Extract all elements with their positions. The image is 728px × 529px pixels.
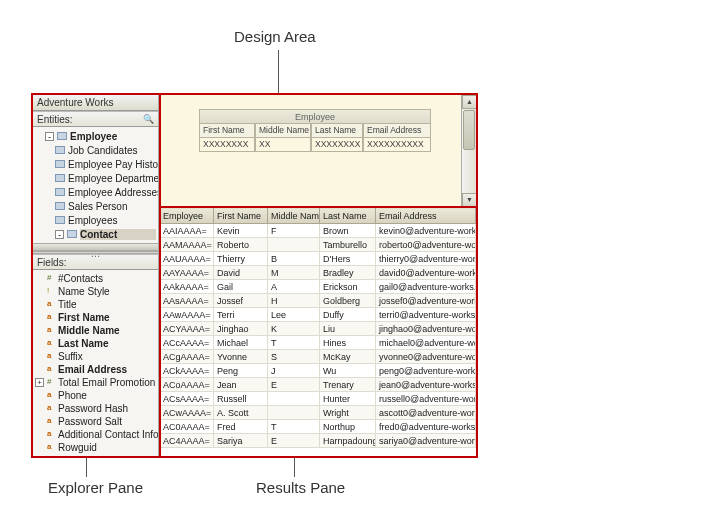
field-label: Phone: [58, 390, 87, 401]
results-pane: EmployeeFirst NameMiddle NameLast NameEm…: [159, 207, 476, 456]
fields-label: Fields:: [37, 257, 66, 268]
table-cell: Brown: [320, 224, 376, 238]
design-card[interactable]: Employee First NameMiddle NameLast NameE…: [199, 109, 431, 152]
field-item[interactable]: Email Address: [33, 363, 158, 376]
scrollbar-vertical[interactable]: ▲ ▼: [461, 95, 476, 207]
table-cell: Tamburello: [320, 238, 376, 252]
field-label: First Name: [58, 312, 110, 323]
table-cell: D'Hers: [320, 252, 376, 266]
entity-icon: [55, 202, 65, 210]
field-item[interactable]: +Total Email Promotion: [33, 376, 158, 389]
entities-header: Entities: 🔍: [33, 111, 158, 127]
table-row[interactable]: AC0AAAA=FredTNorthupfred0@adventure-work…: [160, 420, 476, 434]
field-type-icon: [47, 366, 55, 374]
design-column-header[interactable]: Email Address: [363, 124, 431, 138]
expand-icon[interactable]: -: [55, 230, 64, 239]
field-item[interactable]: Title: [33, 298, 158, 311]
table-cell: terri0@adventure-works.com: [376, 308, 476, 322]
entity-item[interactable]: Employee Pay Histories: [33, 157, 158, 171]
table-row[interactable]: ACkAAAA=PengJWupeng0@adventure-works.com: [160, 364, 476, 378]
field-label: Modified Date: [58, 455, 120, 456]
table-row[interactable]: ACgAAAA=YvonneSMcKayyvonne0@adventure-wo…: [160, 350, 476, 364]
scroll-up-arrow[interactable]: ▲: [462, 95, 476, 109]
connector-line: [278, 50, 279, 94]
table-cell: gail0@adventure-works.com: [376, 280, 476, 294]
table-cell: sariya0@adventure-works.com: [376, 434, 476, 448]
model-title: Adventure Works: [33, 95, 158, 111]
column-header[interactable]: First Name: [214, 208, 268, 224]
field-type-icon: [47, 405, 55, 413]
table-row[interactable]: ACwAAAA=A. ScottWrightascott0@adventure-…: [160, 406, 476, 420]
table-row[interactable]: AAYAAAA=DavidMBradleydavid0@adventure-wo…: [160, 266, 476, 280]
table-row[interactable]: ACYAAAA=JinghaoKLiujinghao0@adventure-wo…: [160, 322, 476, 336]
entity-label: Employee Department Histories: [68, 173, 158, 184]
table-row[interactable]: AC4AAAA=SariyaEHarnpadoungsa...sariya0@a…: [160, 434, 476, 448]
entity-item[interactable]: Employee Department Histories: [33, 171, 158, 185]
design-column-header[interactable]: Last Name: [311, 124, 363, 138]
table-cell: Wu: [320, 364, 376, 378]
table-cell: Roberto: [214, 238, 268, 252]
table-cell: jean0@adventure-works.com: [376, 378, 476, 392]
table-cell: AAsAAAA=: [160, 294, 214, 308]
table-cell: [268, 238, 320, 252]
field-item[interactable]: #Contacts: [33, 272, 158, 285]
entity-icon: [55, 188, 65, 196]
table-cell: michael0@adventure-works.com: [376, 336, 476, 350]
entity-item[interactable]: Employees: [33, 213, 158, 227]
table-cell: AAMAAAA=: [160, 238, 214, 252]
table-cell: ascott0@adventure-works.com: [376, 406, 476, 420]
table-row[interactable]: AAsAAAA=JossefHGoldbergjossef0@adventure…: [160, 294, 476, 308]
field-label: Title: [58, 299, 77, 310]
field-item[interactable]: Password Salt: [33, 415, 158, 428]
entity-icon: [55, 216, 65, 224]
table-cell: T: [268, 336, 320, 350]
table-row[interactable]: ACcAAAA=MichaelTHinesmichael0@adventure-…: [160, 336, 476, 350]
entity-item[interactable]: -Employee: [33, 129, 158, 143]
field-item[interactable]: Middle Name: [33, 324, 158, 337]
table-cell: B: [268, 252, 320, 266]
design-column-header[interactable]: First Name: [199, 124, 255, 138]
table-cell: Harnpadoungsa...: [320, 434, 376, 448]
table-cell: AAIAAAA=: [160, 224, 214, 238]
design-area[interactable]: Employee First NameMiddle NameLast NameE…: [159, 95, 476, 207]
field-item[interactable]: Rowguid: [33, 441, 158, 454]
table-cell: Yvonne: [214, 350, 268, 364]
field-type-icon: [47, 327, 55, 335]
entity-item[interactable]: Sales Person: [33, 199, 158, 213]
column-header[interactable]: Middle Name: [268, 208, 320, 224]
results-grid[interactable]: EmployeeFirst NameMiddle NameLast NameEm…: [159, 207, 476, 448]
field-item[interactable]: Password Hash: [33, 402, 158, 415]
entity-label: Employee: [70, 131, 117, 142]
column-header[interactable]: Last Name: [320, 208, 376, 224]
field-item[interactable]: Name Style: [33, 285, 158, 298]
entity-item[interactable]: -Contact: [33, 227, 158, 241]
scroll-down-arrow[interactable]: ▼: [462, 193, 476, 207]
field-item[interactable]: First Name: [33, 311, 158, 324]
scroll-thumb[interactable]: [463, 110, 475, 150]
field-item[interactable]: Suffix: [33, 350, 158, 363]
expand-icon[interactable]: +: [35, 378, 44, 387]
field-item[interactable]: +Modified Date: [33, 454, 158, 456]
table-row[interactable]: ACsAAAA=RussellHunterrussell0@adventure-…: [160, 392, 476, 406]
entity-item[interactable]: Job Candidates: [33, 143, 158, 157]
splitter-horizontal[interactable]: [33, 251, 158, 255]
column-header[interactable]: Email Address: [376, 208, 476, 224]
table-row[interactable]: AAMAAAA=RobertoTamburelloroberto0@advent…: [160, 238, 476, 252]
search-icon[interactable]: 🔍: [143, 114, 154, 124]
field-item[interactable]: Last Name: [33, 337, 158, 350]
entity-item[interactable]: Employee Addresses: [33, 185, 158, 199]
field-item[interactable]: Additional Contact Info: [33, 428, 158, 441]
design-column-header[interactable]: Middle Name: [255, 124, 311, 138]
table-row[interactable]: AAUAAAA=ThierryBD'Hersthierry0@adventure…: [160, 252, 476, 266]
table-row[interactable]: AAIAAAA=KevinFBrownkevin0@adventure-work…: [160, 224, 476, 238]
table-row[interactable]: AAkAAAA=GailAEricksongail0@adventure-wor…: [160, 280, 476, 294]
design-sample-cell: XX: [255, 138, 311, 152]
field-item[interactable]: Phone: [33, 389, 158, 402]
table-cell: Thierry: [214, 252, 268, 266]
card-title: Employee: [199, 109, 431, 124]
expand-icon[interactable]: -: [45, 132, 54, 141]
table-row[interactable]: AAwAAAA=TerriLeeDuffyterri0@adventure-wo…: [160, 308, 476, 322]
table-cell: ACYAAAA=: [160, 322, 214, 336]
table-row[interactable]: ACoAAAA=JeanETrenaryjean0@adventure-work…: [160, 378, 476, 392]
column-header[interactable]: Employee: [160, 208, 214, 224]
